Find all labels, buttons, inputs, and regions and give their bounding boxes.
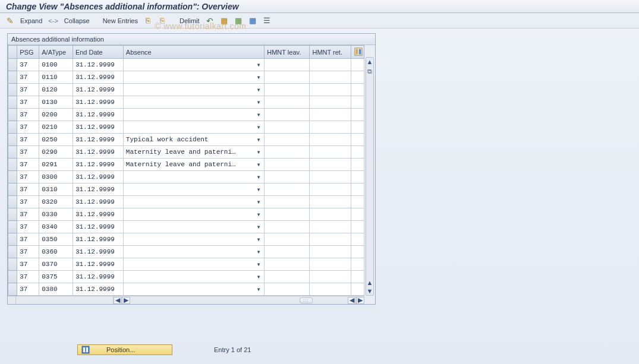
row-selector[interactable] [8, 146, 17, 159]
position-button[interactable]: Position... [77, 344, 172, 355]
cell-absence[interactable]: Maternity leave and paterni…▾ [123, 146, 264, 159]
cell-hmnt-leav[interactable] [265, 196, 310, 208]
cell-aatype[interactable]: 0250 [39, 134, 73, 146]
vscroll-track[interactable] [366, 66, 373, 278]
row-selector[interactable] [8, 233, 17, 246]
cell-hmnt-ret[interactable] [310, 96, 351, 109]
cell-hmnt-leav[interactable] [265, 221, 310, 233]
cell-end-date[interactable]: 31.12.9999 [73, 208, 123, 221]
row-selector[interactable] [8, 71, 17, 84]
cell-absence[interactable]: ▾ [123, 258, 264, 271]
cell-aatype[interactable]: 0330 [39, 208, 73, 221]
col-hmnt-leav[interactable]: HMNT leav. [265, 46, 310, 59]
row-selector[interactable] [8, 159, 17, 171]
row-selector[interactable] [8, 109, 17, 121]
dropdown-icon[interactable]: ▾ [255, 248, 262, 257]
cell-end-date[interactable]: 31.12.9999 [73, 183, 123, 196]
edit-icon[interactable] [5, 15, 15, 26]
cell-psg[interactable]: 37 [17, 246, 39, 258]
row-selector[interactable] [8, 96, 17, 109]
cell-end-date[interactable]: 31.12.9999 [73, 221, 123, 233]
cell-psg[interactable]: 37 [17, 171, 39, 183]
dropdown-icon[interactable]: ▾ [255, 198, 262, 207]
cell-psg[interactable]: 37 [17, 196, 39, 208]
dropdown-icon[interactable]: ▾ [255, 135, 262, 144]
copy-as-icon[interactable] [157, 15, 168, 26]
copy-icon[interactable] [143, 15, 153, 26]
row-selector[interactable] [8, 271, 17, 283]
cell-absence[interactable]: ▾ [123, 121, 264, 134]
cell-hmnt-leav[interactable] [265, 84, 310, 96]
cell-hmnt-leav[interactable] [265, 246, 310, 258]
dropdown-icon[interactable]: ▾ [255, 260, 262, 269]
delimit-button[interactable]: Delimit [178, 17, 201, 24]
cell-hmnt-leav[interactable] [265, 146, 310, 159]
dropdown-icon[interactable]: ▾ [255, 210, 262, 219]
hscroll-left2-icon[interactable]: ◀ [348, 297, 356, 304]
cell-aatype[interactable]: 0320 [39, 196, 73, 208]
dropdown-icon[interactable]: ▾ [255, 235, 262, 244]
cell-aatype[interactable]: 0370 [39, 258, 73, 271]
cell-hmnt-ret[interactable] [310, 208, 351, 221]
cell-aatype[interactable]: 0360 [39, 246, 73, 258]
cell-hmnt-leav[interactable] [265, 109, 310, 121]
cell-absence[interactable]: ▾ [123, 196, 264, 208]
cell-aatype[interactable]: 0340 [39, 221, 73, 233]
cell-psg[interactable]: 37 [17, 283, 39, 296]
hscroll-left-icon[interactable]: ◀ [114, 297, 122, 304]
col-psg[interactable]: PSG [17, 46, 39, 59]
cell-hmnt-ret[interactable] [310, 171, 351, 183]
cell-absence[interactable]: ▾ [123, 183, 264, 196]
cell-aatype[interactable]: 0100 [39, 59, 73, 71]
row-selector[interactable] [8, 221, 17, 233]
cell-aatype[interactable]: 0350 [39, 233, 73, 246]
cell-end-date[interactable]: 31.12.9999 [73, 159, 123, 171]
cell-hmnt-ret[interactable] [310, 146, 351, 159]
col-absence[interactable]: Absence [123, 46, 264, 59]
cell-absence[interactable]: ▾ [123, 171, 264, 183]
row-selector[interactable] [8, 171, 17, 183]
cell-hmnt-leav[interactable] [265, 71, 310, 84]
cell-hmnt-leav[interactable] [265, 159, 310, 171]
cell-hmnt-leav[interactable] [265, 59, 310, 71]
cell-aatype[interactable]: 0300 [39, 171, 73, 183]
cell-end-date[interactable]: 31.12.9999 [73, 283, 123, 296]
row-selector[interactable] [8, 196, 17, 208]
cell-hmnt-leav[interactable] [265, 208, 310, 221]
cell-end-date[interactable]: 31.12.9999 [73, 171, 123, 183]
cell-psg[interactable]: 37 [17, 233, 39, 246]
cell-aatype[interactable]: 0120 [39, 84, 73, 96]
cell-psg[interactable]: 37 [17, 109, 39, 121]
dropdown-icon[interactable]: ▾ [255, 160, 262, 169]
cell-hmnt-ret[interactable] [310, 183, 351, 196]
col-config[interactable] [351, 46, 364, 59]
cell-hmnt-leav[interactable] [265, 258, 310, 271]
cell-aatype[interactable]: 0210 [39, 121, 73, 134]
cell-psg[interactable]: 37 [17, 271, 39, 283]
cell-end-date[interactable]: 31.12.9999 [73, 258, 123, 271]
cell-hmnt-leav[interactable] [265, 134, 310, 146]
cell-absence[interactable]: Typical work accident▾ [123, 134, 264, 146]
cell-end-date[interactable]: 31.12.9999 [73, 146, 123, 159]
cell-absence[interactable]: ▾ [123, 246, 264, 258]
cell-absence[interactable]: ▾ [123, 96, 264, 109]
cell-absence[interactable]: ▾ [123, 221, 264, 233]
cell-hmnt-ret[interactable] [310, 196, 351, 208]
table-settings-icon[interactable] [262, 15, 272, 26]
undo-icon[interactable] [204, 15, 215, 26]
dropdown-icon[interactable]: ▾ [255, 185, 262, 194]
cell-hmnt-ret[interactable] [310, 59, 351, 71]
cell-aatype[interactable]: 0310 [39, 183, 73, 196]
col-hmnt-ret[interactable]: HMNT ret. [310, 46, 351, 59]
cell-absence[interactable]: ▾ [123, 109, 264, 121]
cell-absence[interactable]: Maternity leave and paterni…▾ [123, 159, 264, 171]
cell-hmnt-ret[interactable] [310, 109, 351, 121]
cell-aatype[interactable]: 0200 [39, 109, 73, 121]
cell-end-date[interactable]: 31.12.9999 [73, 271, 123, 283]
cell-psg[interactable]: 37 [17, 71, 39, 84]
row-selector[interactable] [8, 283, 17, 296]
dropdown-icon[interactable]: ▾ [255, 223, 262, 232]
cell-psg[interactable]: 37 [17, 84, 39, 96]
dropdown-icon[interactable]: ▾ [255, 285, 262, 294]
cell-hmnt-ret[interactable] [310, 221, 351, 233]
